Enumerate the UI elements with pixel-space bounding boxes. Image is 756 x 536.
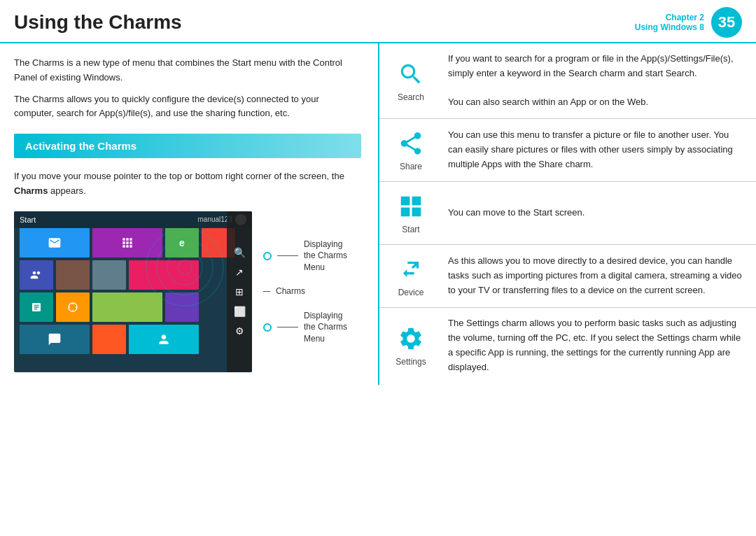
tile-gray bbox=[92, 260, 126, 290]
callout-label-top: Displayingthe CharmsMenu bbox=[304, 239, 347, 274]
chapter-sub: Using Windows 8 bbox=[635, 22, 704, 32]
tile-deeporange bbox=[92, 325, 126, 354]
chapter-info: Chapter 2 Using Windows 8 35 bbox=[635, 7, 742, 38]
callout-line-top bbox=[277, 255, 298, 256]
tile-orange bbox=[56, 292, 90, 322]
settings-icon bbox=[397, 325, 425, 353]
charm-search-sm: 🔍 bbox=[232, 245, 247, 260]
charm-row-search: Search If you want to search for a progr… bbox=[379, 43, 756, 119]
svg-point-3 bbox=[178, 260, 192, 274]
charm-device-sm: ⬜ bbox=[232, 304, 247, 319]
settings-desc: The Settings charm allows you to perform… bbox=[442, 308, 756, 383]
activating-section-header: Activating the Charms bbox=[14, 134, 361, 158]
search-icon-cell: Search bbox=[379, 43, 442, 118]
svg-rect-6 bbox=[401, 207, 410, 216]
tile-people bbox=[20, 260, 53, 290]
callout-top: Displayingthe CharmsMenu bbox=[263, 239, 347, 274]
callout-dot-bottom bbox=[263, 323, 272, 332]
charm-row-share: Share You can use this menu to transfer … bbox=[379, 119, 756, 182]
share-desc: You can use this menu to transfer a pict… bbox=[442, 119, 756, 181]
screenshot-area: Start manual123 e bbox=[14, 211, 361, 372]
svg-rect-5 bbox=[412, 196, 421, 205]
charm-row-device: Device As this allows you to move direct… bbox=[379, 245, 756, 308]
intro-section: The Charms is a new type of menu that co… bbox=[14, 56, 361, 121]
device-icon bbox=[397, 255, 425, 283]
callout-line-mid bbox=[263, 291, 270, 292]
tile-row-4 bbox=[14, 325, 252, 357]
activating-bold: Charms bbox=[14, 185, 48, 196]
charm-row-settings: Settings The Settings charm allows you t… bbox=[379, 308, 756, 383]
callouts: Displayingthe CharmsMenu Charms Displayi… bbox=[263, 211, 347, 372]
activating-pre: If you move your mouse pointer to the to… bbox=[14, 171, 344, 181]
charm-share-sm: ↗ bbox=[232, 265, 247, 280]
callout-bottom: Displayingthe CharmsMenu bbox=[263, 310, 347, 345]
device-icon-cell: Device bbox=[379, 245, 442, 307]
chapter-number: 35 bbox=[711, 7, 742, 38]
svg-rect-4 bbox=[401, 196, 410, 205]
device-label: Device bbox=[398, 288, 424, 297]
search-desc: If you want to search for a program or f… bbox=[442, 43, 756, 118]
charm-row-start: Start You can move to the Start screen. bbox=[379, 182, 756, 245]
tile-dark bbox=[20, 325, 90, 354]
charm-start-sm: ⊞ bbox=[232, 284, 247, 299]
chapter-label: Chapter 2 bbox=[635, 13, 704, 22]
win8-screenshot: Start manual123 e bbox=[14, 211, 252, 372]
charms-table: Search If you want to search for a progr… bbox=[378, 43, 756, 385]
callout-middle: Charms bbox=[263, 285, 347, 297]
callout-dot-top bbox=[263, 252, 272, 260]
start-label: Start bbox=[402, 225, 419, 234]
callout-label-bottom: Displayingthe CharmsMenu bbox=[304, 310, 347, 345]
page-header: Using the Charms Chapter 2 Using Windows… bbox=[0, 0, 756, 43]
start-desc: You can move to the Start screen. bbox=[442, 182, 756, 244]
callout-line-bottom bbox=[277, 327, 298, 327]
svg-point-1 bbox=[157, 239, 213, 295]
main-content: The Charms is a new type of menu that co… bbox=[0, 43, 756, 385]
tile-brown bbox=[56, 260, 90, 290]
svg-point-2 bbox=[167, 250, 202, 285]
activating-text: If you move your mouse pointer to the to… bbox=[14, 169, 361, 199]
search-label: Search bbox=[398, 92, 424, 102]
intro-para1: The Charms is a new type of menu that co… bbox=[14, 56, 361, 85]
callout-label-mid: Charms bbox=[276, 285, 305, 297]
settings-label: Settings bbox=[396, 357, 426, 367]
charm-settings-sm: ⚙ bbox=[232, 323, 247, 339]
tile-cyan bbox=[129, 325, 199, 354]
svg-rect-7 bbox=[412, 207, 421, 216]
device-desc: As this allows you to move directly to a… bbox=[442, 245, 756, 307]
intro-para2: The Charms allows you to quickly configu… bbox=[14, 92, 361, 122]
start-icon bbox=[397, 192, 425, 220]
tile-email bbox=[20, 228, 90, 258]
start-icon-cell: Start bbox=[379, 182, 442, 244]
share-label: Share bbox=[400, 162, 422, 171]
search-icon bbox=[397, 60, 425, 88]
share-icon-cell: Share bbox=[379, 119, 442, 181]
bg-decoration bbox=[143, 225, 227, 309]
chapter-text: Chapter 2 Using Windows 8 bbox=[635, 13, 704, 33]
share-icon bbox=[397, 129, 425, 157]
left-column: The Charms is a new type of menu that co… bbox=[0, 43, 378, 385]
tile-teal bbox=[20, 292, 53, 322]
charms-sidebar-screenshot: 🔍 ↗ ⊞ ⬜ ⚙ bbox=[227, 211, 252, 372]
svg-point-0 bbox=[146, 229, 223, 306]
win8-start-label: Start bbox=[20, 216, 36, 224]
activating-post: appears. bbox=[48, 185, 85, 196]
page-title: Using the Charms bbox=[14, 11, 182, 34]
settings-icon-cell: Settings bbox=[379, 308, 442, 383]
